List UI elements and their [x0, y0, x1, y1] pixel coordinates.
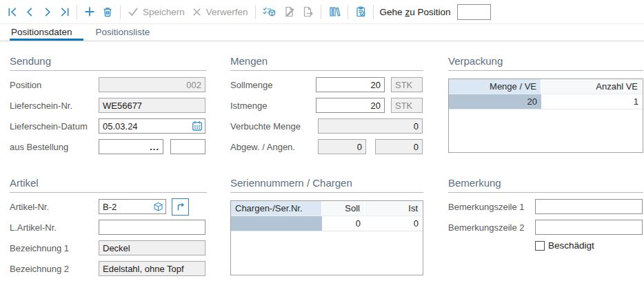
cube-icon[interactable]	[153, 202, 163, 212]
bezeichnung2-label: Bezeichnung 2	[10, 264, 99, 274]
save-button-label: Speichern	[143, 7, 185, 17]
istmenge-unit-field[interactable]	[391, 98, 423, 113]
goto-position-label: Gehe zu Position	[380, 7, 451, 17]
discard-button-label: Verwerfen	[206, 7, 248, 17]
group-mengen: Mengen Sollmenge Istmenge Verbuchte Meng…	[230, 55, 423, 160]
bemerkungszeile1-label: Bemerkungszeile 1	[448, 202, 535, 212]
nav-first-button[interactable]	[5, 4, 21, 20]
cell-ist[interactable]: 0	[365, 216, 423, 231]
bemerkungszeile1-field[interactable]	[535, 199, 643, 214]
toolbar-separator	[120, 5, 121, 19]
istmenge-field[interactable]	[316, 98, 385, 113]
group-seriennummern-chargen: Seriennummern / Chargen Chargen-/Ser.Nr.…	[230, 177, 423, 275]
istmenge-label: Istmenge	[230, 101, 316, 111]
artikel-nr-label: Artikel-Nr.	[10, 202, 99, 212]
sollmenge-unit-field[interactable]	[391, 77, 423, 92]
group-title-bemerkung: Bemerkung	[448, 177, 643, 193]
edit-document-icon	[283, 6, 295, 17]
verpackung-table-header: Menge / VE Anzahl VE	[449, 79, 643, 94]
group-bemerkung: Bemerkung Bemerkungszeile 1 Bemerkungsze…	[448, 177, 643, 251]
bemerkungszeile2-label: Bemerkungszeile 2	[448, 222, 535, 233]
nav-previous-button[interactable]	[22, 4, 38, 20]
verbuchte-menge-label: Verbuchte Menge	[230, 121, 316, 132]
group-artikel: Artikel Artikel-Nr. L.Artikel-Nr. Bezeic…	[10, 177, 207, 282]
tab-positionsdaten[interactable]: Positionsdaten	[10, 25, 83, 41]
abgew-angen-label: Abgew. / Angen.	[230, 142, 316, 152]
aus-bestellung-field[interactable]: ...	[99, 139, 163, 154]
toolbar-separator	[348, 5, 348, 19]
previous-record-icon	[25, 7, 35, 17]
position-label: Position	[10, 80, 99, 90]
lookup-ellipsis-button[interactable]: ...	[148, 142, 161, 152]
aus-bestellung-label: aus Bestellung	[10, 142, 99, 152]
l-artikel-nr-field[interactable]	[99, 220, 205, 235]
forward-document-button[interactable]	[299, 3, 316, 20]
discard-button[interactable]: Verwerfen	[189, 4, 251, 20]
bezeichnung1-field[interactable]	[99, 240, 205, 255]
aus-bestellung-position-field[interactable]	[170, 139, 205, 154]
column-header-soll: Soll	[322, 201, 365, 216]
chargen-table: Chargen-/Ser.Nr. Soll Ist 0 0	[230, 200, 423, 275]
bezeichnung2-field[interactable]	[99, 261, 205, 276]
clipboard-check-button[interactable]	[352, 3, 369, 20]
lieferschein-datum-input[interactable]	[103, 121, 192, 132]
verbuchte-menge-field[interactable]	[318, 118, 423, 134]
aus-bestellung-input[interactable]	[103, 142, 148, 152]
artikel-nr-field[interactable]	[99, 199, 166, 214]
group-title-artikel: Artikel	[10, 177, 207, 193]
cell-menge-ve[interactable]: 20	[449, 94, 541, 109]
catalog-button[interactable]	[325, 3, 343, 20]
nav-last-button[interactable]	[57, 4, 72, 20]
cell-anzahl-ve[interactable]: 1	[541, 94, 643, 109]
lieferschein-nr-label: Lieferschein-Nr.	[10, 101, 99, 111]
nav-next-button[interactable]	[39, 4, 55, 20]
catalog-books-icon	[328, 6, 341, 17]
l-artikel-nr-label: L.Artikel-Nr.	[10, 222, 99, 233]
verpackung-table: Menge / VE Anzahl VE 20 1	[448, 78, 643, 153]
artikel-nr-input[interactable]	[103, 202, 153, 212]
group-title-chargen: Seriennummern / Chargen	[230, 177, 423, 193]
column-header-chargen-sernr: Chargen-/Ser.Nr.	[231, 201, 322, 216]
abgewiesen-field[interactable]	[318, 139, 366, 154]
beschaedigt-checkbox[interactable]	[535, 241, 545, 251]
cell-soll[interactable]: 0	[322, 216, 365, 231]
toolbar-separator	[255, 5, 256, 19]
beschaedigt-row: Beschädigt	[448, 240, 643, 251]
sollmenge-field[interactable]	[316, 77, 385, 92]
edit-document-button[interactable]	[281, 3, 298, 20]
delete-position-button[interactable]	[99, 3, 116, 20]
group-title-verpackung: Verpackung	[448, 55, 643, 71]
toolbar-separator	[77, 5, 77, 19]
beschaedigt-label: Beschädigt	[548, 240, 594, 251]
trash-icon	[102, 6, 113, 17]
save-button[interactable]: Speichern	[125, 3, 188, 20]
add-icon	[84, 6, 95, 17]
table-row: 20 1	[449, 94, 643, 109]
bezeichnung1-label: Bezeichnung 1	[10, 243, 99, 253]
calendar-icon[interactable]	[192, 120, 203, 132]
goto-position-input[interactable]	[457, 4, 491, 20]
column-header-anzahl-ve: Anzahl VE	[541, 79, 643, 94]
toolbar: Speichern Verwerfen Gehe zu Position	[0, 0, 644, 24]
angenommen-field[interactable]	[375, 139, 423, 154]
bemerkungszeile2-field[interactable]	[535, 220, 643, 235]
goods-check-button[interactable]	[260, 3, 279, 20]
tab-positionsliste[interactable]: Positionsliste	[94, 25, 161, 41]
cell-chargen-sernr[interactable]	[231, 216, 322, 231]
group-sendung: Sendung Position Lieferschein-Nr. Liefer…	[10, 55, 207, 160]
add-position-button[interactable]	[81, 3, 98, 20]
lieferschein-nr-field[interactable]	[99, 98, 205, 113]
lieferschein-datum-label: Lieferschein-Datum	[10, 121, 99, 132]
lieferschein-datum-field[interactable]	[99, 118, 205, 134]
goto-artikel-button[interactable]	[172, 198, 189, 216]
column-header-menge-ve: Menge / VE	[449, 79, 541, 94]
toolbar-separator	[373, 5, 374, 19]
chargen-table-header: Chargen-/Ser.Nr. Soll Ist	[231, 201, 423, 216]
group-verpackung: Verpackung Menge / VE Anzahl VE 20 1	[448, 55, 643, 153]
last-record-icon	[59, 7, 70, 17]
check-icon	[128, 6, 139, 17]
goto-arrow-icon	[175, 201, 186, 212]
position-field[interactable]	[99, 77, 205, 92]
tab-bar: Positionsdaten Positionsliste	[0, 25, 644, 41]
first-record-icon	[8, 7, 18, 17]
